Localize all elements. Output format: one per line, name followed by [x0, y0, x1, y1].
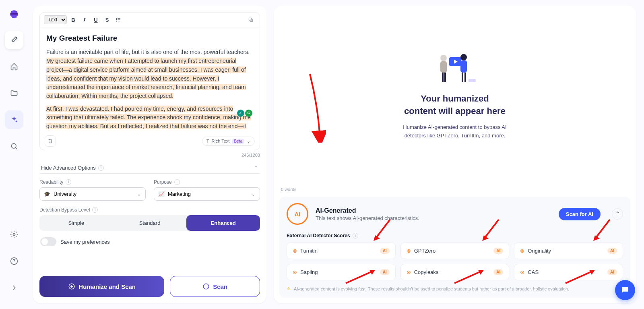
svg-rect-23 [469, 79, 476, 82]
detector-score-turnitin: ⊗TurnitinAI [287, 243, 396, 259]
nav-edit[interactable] [5, 31, 23, 49]
svg-point-19 [460, 54, 467, 60]
svg-point-7 [116, 18, 117, 19]
ai-badge: AI [493, 248, 503, 254]
detector-name: CAS [528, 269, 539, 275]
chevron-down-icon: ⌄ [137, 191, 141, 197]
bypass-standard[interactable]: Standard [113, 215, 187, 231]
text-icon: T [206, 139, 209, 143]
scan-for-ai-button[interactable]: Scan for AI [559, 208, 601, 220]
detector-score-copyleaks: ⊗CopyleaksAI [400, 264, 510, 280]
bypass-enhanced[interactable]: Enhanced [186, 215, 260, 231]
editor-textarea[interactable]: My Greatest Failure Failure is an inevit… [40, 27, 260, 132]
nav-home[interactable] [5, 57, 23, 76]
advanced-options-toggle[interactable]: Hide Advanced Options i ⌃ [39, 162, 260, 174]
bypass-simple[interactable]: Simple [39, 215, 113, 231]
detector-name: GPTZero [414, 248, 436, 254]
x-circle-icon: ⊗ [293, 269, 297, 275]
underline-button[interactable]: U [91, 15, 101, 25]
ai-verdict-badge: AI [287, 203, 308, 225]
output-panel: Your humanizedcontent will appear here H… [274, 6, 636, 303]
editor-panel: Text B I U S My Greatest Failure Failure… [33, 6, 266, 303]
list-button[interactable] [114, 15, 123, 25]
disclaimer-text: AI-generated content is evolving fast. T… [294, 286, 569, 291]
x-circle-icon: ⊗ [293, 248, 297, 254]
external-scores-label: External AI Detector Scores i [287, 233, 623, 238]
svg-rect-18 [444, 73, 446, 82]
word-count: 246/1200 [39, 153, 260, 158]
save-preferences-toggle[interactable] [40, 237, 56, 246]
detector-name: Turnitin [300, 248, 318, 254]
sidebar [0, 0, 28, 309]
detector-name: Sapling [300, 269, 318, 275]
detector-score-sapling: ⊗SaplingAI [287, 264, 396, 280]
detector-name: Originality [528, 248, 551, 254]
svg-rect-17 [442, 73, 444, 82]
x-circle-icon: ⊗ [520, 269, 524, 275]
detector-score-cas: ⊗CASAI [514, 264, 623, 280]
nav-folder[interactable] [5, 84, 23, 102]
svg-point-8 [116, 19, 117, 20]
paragraph-1: Failure is an inevitable part of life, b… [46, 48, 253, 100]
ai-badge: AI [380, 269, 390, 275]
warning-icon: ⚠ [287, 286, 291, 291]
illustration [431, 50, 479, 86]
info-icon: i [174, 179, 180, 185]
annotation-arrow [298, 70, 326, 143]
detector-score-gptzero: ⊗GPTZeroAI [400, 243, 510, 259]
paragraph-2: At first, I was devastated. I had poured… [46, 105, 253, 132]
italic-button[interactable]: I [80, 15, 89, 25]
svg-point-15 [440, 55, 447, 61]
readability-select[interactable]: 🎓 University ⌄ [39, 187, 146, 201]
rich-text-toggle[interactable]: T Rich Text Beta ⌄ [202, 137, 255, 146]
editor-toolbar: Text B I U S [40, 12, 260, 27]
output-word-count: 0 words [274, 185, 636, 194]
svg-point-9 [116, 21, 117, 21]
delete-button[interactable] [45, 135, 56, 147]
svg-rect-16 [440, 61, 447, 73]
ai-badge: AI [607, 248, 617, 254]
ai-badge: AI [380, 248, 390, 254]
chevron-down-icon: ⌄ [251, 191, 256, 197]
svg-rect-22 [464, 73, 466, 82]
bold-button[interactable]: B [68, 15, 78, 25]
chevron-up-icon: ⌃ [254, 165, 258, 171]
x-circle-icon: ⊗ [520, 248, 524, 254]
result-title: AI-Generated [316, 207, 419, 214]
save-preferences-label: Save my preferences [60, 239, 110, 245]
graduation-cap-icon: 🎓 [44, 191, 50, 197]
ai-badge: AI [493, 269, 503, 275]
chart-icon: 📈 [158, 191, 165, 197]
chevron-down-icon: ⌄ [247, 139, 250, 144]
svg-rect-21 [462, 73, 463, 82]
app-logo [7, 8, 21, 23]
purpose-select[interactable]: 📈 Marketing ⌄ [154, 187, 260, 201]
copy-button[interactable] [246, 15, 256, 25]
grammarly-icon: ✓G [237, 110, 252, 117]
collapse-result-button[interactable]: ⌃ [612, 208, 623, 220]
nav-collapse[interactable] [5, 278, 23, 297]
document-title: My Greatest Failure [46, 32, 253, 44]
chat-button[interactable] [615, 280, 635, 300]
svg-point-2 [13, 234, 15, 236]
result-subtitle: This text shows AI-generated characteris… [316, 215, 419, 221]
humanize-button[interactable]: Humanize and Scan [39, 276, 164, 297]
detector-score-originality: ⊗OriginalityAI [514, 243, 623, 259]
info-icon: i [353, 233, 358, 238]
nav-settings[interactable] [5, 225, 23, 244]
info-icon: i [66, 179, 71, 185]
svg-rect-20 [460, 60, 467, 73]
strike-button[interactable]: S [102, 15, 112, 25]
detector-name: Copyleaks [414, 269, 439, 275]
scan-button[interactable]: Scan [170, 276, 260, 297]
x-circle-icon: ⊗ [407, 248, 411, 254]
nav-sparkle[interactable] [5, 110, 23, 129]
info-icon: i [92, 207, 98, 213]
ai-badge: AI [607, 269, 617, 275]
bypass-level-segment: Simple Standard Enhanced [39, 215, 260, 231]
format-select[interactable]: Text [44, 15, 67, 24]
svg-point-1 [11, 143, 16, 148]
svg-rect-0 [10, 13, 18, 15]
nav-search[interactable] [5, 137, 23, 156]
nav-help[interactable] [5, 252, 23, 270]
